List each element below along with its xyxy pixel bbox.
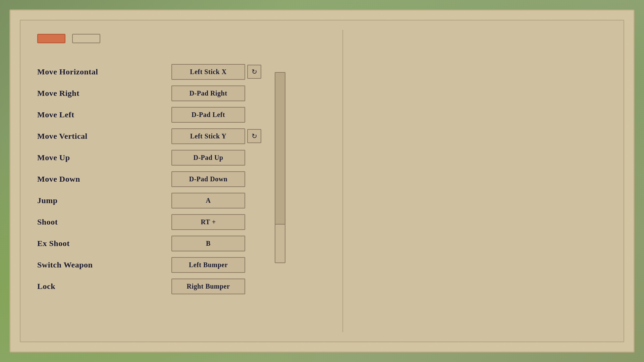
controller-row: D-Pad Up	[171, 147, 272, 168]
controller-row: RT +	[171, 212, 272, 232]
binding-button[interactable]: B	[171, 236, 245, 251]
action-row: Lock	[37, 276, 151, 297]
action-row: Shoot	[37, 212, 151, 232]
action-label: Move Left	[37, 110, 74, 119]
controller-row: Left Bumper	[171, 254, 272, 275]
action-row: Move Down	[37, 169, 151, 189]
vertical-divider	[342, 30, 343, 332]
controller-row: D-Pad Down	[171, 169, 272, 189]
content-area: Move HorizontalMove RightMove LeftMove V…	[20, 20, 624, 342]
action-row: Move Right	[37, 83, 151, 104]
action-label: Move Right	[37, 89, 79, 98]
top-bar	[37, 34, 607, 43]
binding-button[interactable]: A	[171, 193, 245, 208]
action-row: Move Up	[37, 147, 151, 168]
done-button[interactable]	[37, 34, 65, 43]
binding-button[interactable]: D-Pad Left	[171, 107, 245, 123]
controller-row: Right Bumper	[171, 276, 272, 297]
action-label: Switch Weapon	[37, 260, 93, 269]
action-label: Move Down	[37, 175, 80, 184]
action-label: Shoot	[37, 218, 58, 227]
actions-list: Move HorizontalMove RightMove LeftMove V…	[37, 61, 151, 297]
action-row: Switch Weapon	[37, 254, 151, 275]
reset-binding-button[interactable]: ↻	[247, 65, 261, 79]
action-row: Jump	[37, 190, 151, 211]
action-row: Move Left	[37, 104, 151, 125]
action-label: Lock	[37, 282, 55, 291]
columns-area: Move HorizontalMove RightMove LeftMove V…	[37, 53, 607, 297]
action-label: Move Horizontal	[37, 67, 98, 76]
binding-button[interactable]: D-Pad Right	[171, 85, 245, 101]
binding-button[interactable]: Left Stick Y	[171, 128, 245, 144]
action-row: Move Horizontal	[37, 61, 151, 82]
actions-column: Move HorizontalMove RightMove LeftMove V…	[37, 53, 151, 297]
action-label: Jump	[37, 196, 58, 205]
controller-column: Left Stick X↻D-Pad RightD-Pad LeftLeft S…	[171, 53, 272, 297]
restore-defaults-button[interactable]	[72, 34, 100, 43]
binding-button[interactable]: Right Bumper	[171, 279, 245, 294]
main-panel: Move HorizontalMove RightMove LeftMove V…	[9, 9, 635, 353]
scrollbar-column	[275, 53, 291, 263]
action-label: Ex Shoot	[37, 239, 70, 248]
binding-button[interactable]: Left Bumper	[171, 257, 245, 273]
controller-row: A	[171, 190, 272, 211]
controller-row: Left Stick Y↻	[171, 126, 272, 146]
action-label: Move Vertical	[37, 132, 88, 141]
controller-list: Left Stick X↻D-Pad RightD-Pad LeftLeft S…	[171, 61, 272, 297]
controller-row: Left Stick X↻	[171, 61, 272, 82]
action-row: Move Vertical	[37, 126, 151, 146]
scrollbar-track[interactable]	[275, 72, 285, 263]
binding-button[interactable]: RT +	[171, 214, 245, 230]
controller-row: B	[171, 233, 272, 254]
binding-button[interactable]: D-Pad Up	[171, 150, 245, 166]
binding-button[interactable]: D-Pad Down	[171, 171, 245, 187]
reset-binding-button[interactable]: ↻	[247, 129, 261, 143]
action-label: Move Up	[37, 153, 70, 162]
action-row: Ex Shoot	[37, 233, 151, 254]
controller-row: D-Pad Left	[171, 104, 272, 125]
binding-button[interactable]: Left Stick X	[171, 64, 245, 80]
scrollbar-thumb[interactable]	[275, 73, 285, 225]
controller-row: D-Pad Right	[171, 83, 272, 104]
